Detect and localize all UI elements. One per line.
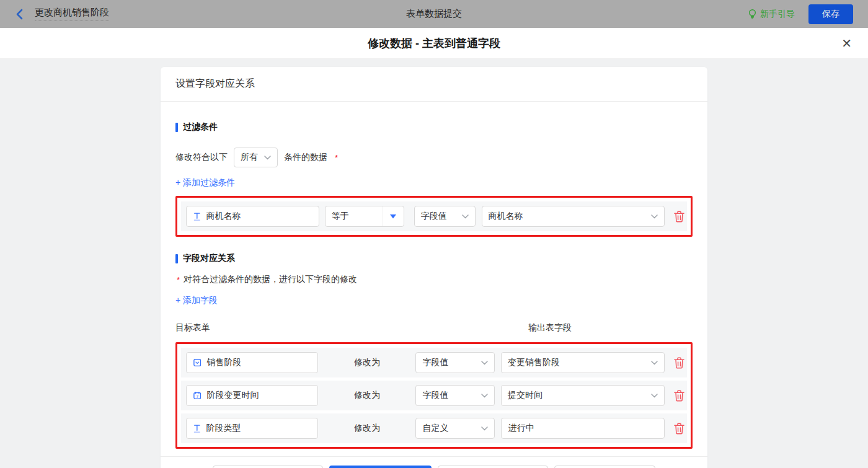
- lightbulb-icon: [748, 9, 757, 19]
- chevron-down-icon: [481, 394, 488, 398]
- custom-value-input[interactable]: [501, 418, 665, 439]
- required-asterisk: *: [177, 275, 180, 285]
- match-mode-select[interactable]: 所有: [234, 148, 278, 167]
- add-field-link[interactable]: + 添加字段: [175, 295, 218, 306]
- chevron-down-icon: [651, 394, 658, 398]
- top-bar: 表单数据提交 更改商机销售阶段 新手引导 保存: [0, 0, 868, 28]
- value-type-select[interactable]: 字段值: [415, 385, 494, 406]
- filter-value-select[interactable]: 商机名称: [482, 206, 665, 227]
- modify-as-label: 修改为: [318, 390, 415, 401]
- operator-select[interactable]: 等于: [325, 206, 404, 227]
- chevron-down-icon: [264, 156, 271, 160]
- mapping-section-title: 字段对应关系: [175, 253, 693, 264]
- footer-actions: 上一步：设置触发动作 完成 下一步：设置新增数据 其他设置: [161, 457, 707, 468]
- mapping-row: 修改为 自定义: [181, 413, 687, 443]
- condition-suffix: 条件的数据: [284, 152, 327, 163]
- modal-title: 修改数据 - 主表到普通字段: [368, 36, 500, 51]
- column-header-output-field: 输出表字段: [528, 322, 572, 333]
- modify-as-label: 修改为: [318, 357, 415, 368]
- mapping-description: 对符合过滤条件的数据，进行以下字段的修改: [184, 274, 357, 285]
- chevron-down-icon: [651, 214, 658, 219]
- chevron-down-icon: [481, 361, 488, 365]
- add-filter-condition-link[interactable]: + 添加过滤条件: [175, 177, 235, 188]
- filter-section-title: 过滤条件: [175, 121, 693, 133]
- mapping-row: 修改为 字段值 变更销售阶段: [181, 348, 687, 377]
- required-asterisk: *: [335, 153, 338, 162]
- section-accent-bar: [175, 254, 178, 263]
- column-header-target-form: 目标表单: [175, 322, 210, 333]
- section-accent-bar: [175, 123, 178, 132]
- operator-caret: [383, 206, 404, 226]
- caret-down-icon: [390, 214, 396, 219]
- text-field-icon: [193, 212, 201, 221]
- done-button[interactable]: 完成: [329, 466, 432, 468]
- chevron-down-icon: [481, 426, 488, 431]
- settings-card: 设置字段对应关系 过滤条件 修改符合以下 所有 条件的数据 * + 添加过滤条件: [161, 67, 707, 468]
- mapping-annotation-box: 修改为 字段值 变更销售阶段: [175, 342, 693, 449]
- filter-field-value[interactable]: [206, 211, 312, 221]
- chevron-down-icon: [462, 214, 469, 219]
- target-field-input[interactable]: 7: [186, 385, 318, 406]
- custom-value[interactable]: [508, 423, 657, 433]
- output-field-select[interactable]: 变更销售阶段: [501, 352, 665, 373]
- target-field-value[interactable]: [206, 391, 311, 400]
- condition-prefix: 修改符合以下: [175, 152, 228, 163]
- select-field-icon: [193, 358, 201, 367]
- back-chevron-icon: [15, 9, 25, 20]
- modal-header: 修改数据 - 主表到普通字段 ✕: [0, 28, 868, 59]
- delete-icon[interactable]: [674, 390, 684, 402]
- text-field-icon: [193, 424, 201, 433]
- close-icon[interactable]: ✕: [841, 36, 852, 51]
- workflow-name[interactable]: 更改商机销售阶段: [35, 7, 109, 21]
- guide-label: 新手引导: [760, 9, 795, 20]
- value-type-select[interactable]: 字段值: [415, 352, 494, 373]
- svg-text:7: 7: [196, 394, 198, 399]
- chevron-down-icon: [651, 361, 658, 365]
- other-settings-button[interactable]: 其他设置: [554, 466, 655, 468]
- value-type-select[interactable]: 字段值: [414, 206, 476, 227]
- prev-step-button[interactable]: 上一步：设置触发动作: [213, 466, 323, 468]
- card-title: 设置字段对应关系: [161, 67, 707, 102]
- save-button[interactable]: 保存: [808, 4, 853, 24]
- next-step-button[interactable]: 下一步：设置新增数据: [438, 466, 548, 468]
- beginner-guide-link[interactable]: 新手引导: [748, 9, 795, 20]
- back-button[interactable]: [15, 9, 26, 20]
- value-type-select[interactable]: 自定义: [415, 418, 494, 439]
- delete-icon[interactable]: [674, 357, 684, 369]
- topbar-center-title: 表单数据提交: [0, 8, 868, 20]
- filter-field-input[interactable]: [186, 206, 319, 227]
- target-field-input[interactable]: [186, 352, 318, 373]
- target-field-value[interactable]: [206, 423, 311, 433]
- delete-icon[interactable]: [674, 423, 684, 435]
- target-field-input[interactable]: [186, 418, 318, 439]
- delete-icon[interactable]: [674, 211, 684, 223]
- filter-annotation-box: 等于 字段值 商机名称: [175, 196, 693, 237]
- date-field-icon: 7: [193, 391, 201, 400]
- page-body: 设置字段对应关系 过滤条件 修改符合以下 所有 条件的数据 * + 添加过滤条件: [0, 59, 868, 468]
- filter-condition-row: 等于 字段值 商机名称: [181, 201, 687, 231]
- modify-as-label: 修改为: [318, 423, 415, 434]
- output-field-select[interactable]: 提交时间: [501, 385, 665, 406]
- target-field-value[interactable]: [206, 358, 311, 368]
- mapping-row: 7 修改为 字段值 提交时间: [181, 381, 687, 410]
